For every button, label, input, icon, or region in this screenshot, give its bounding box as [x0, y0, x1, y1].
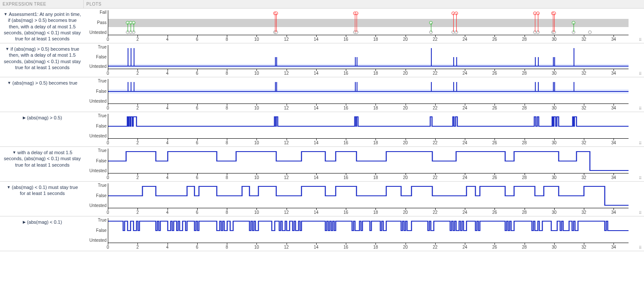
xtick-label: 10	[254, 37, 259, 42]
tree-item[interactable]: ▼(abs(mag) < 0.1) must stay true for at …	[0, 182, 84, 216]
xtick-label: 10	[254, 71, 259, 76]
expand-arrow-icon[interactable]: ▼	[6, 47, 9, 52]
xtick-label: 14	[314, 210, 318, 215]
plot-menu-icon[interactable]: ⠿	[639, 106, 642, 111]
xtick-label: 20	[403, 140, 408, 145]
xtick-label: 30	[552, 37, 556, 42]
xtick-label: 26	[492, 175, 497, 180]
xtick-label: 32	[582, 37, 586, 42]
plot-menu-icon[interactable]: ⠿	[639, 211, 642, 215]
expand-arrow-icon[interactable]: ▼	[7, 81, 11, 86]
tree-item[interactable]: ▼(abs(mag) > 0.5) becomes true	[0, 77, 84, 112]
ylabel: Untested	[88, 64, 107, 69]
xtick-label: 6	[196, 71, 198, 76]
xtick-label: 0	[107, 210, 109, 215]
expand-arrow-icon[interactable]: ▼	[7, 185, 11, 190]
xtick-label: 2	[136, 71, 139, 76]
xtick-label: 14	[314, 106, 318, 110]
xtick-label: 22	[433, 37, 437, 42]
tree-item-label: (abs(mag) < 0.1)	[27, 219, 62, 225]
xtick-label: 32	[582, 106, 586, 110]
ylabel: Untested	[88, 99, 107, 103]
expand-arrow-icon[interactable]: ▼	[12, 150, 16, 155]
xtick-label: 2	[136, 37, 139, 42]
plot-menu-icon[interactable]: ⠿	[639, 141, 642, 146]
expand-arrow-icon[interactable]: ▶	[23, 220, 26, 225]
xtick-label: 4	[166, 37, 169, 42]
xtick-label: 28	[522, 106, 527, 110]
expand-arrow-icon[interactable]: ▼	[3, 12, 7, 17]
tree-item-label: (abs(mag) > 0.5)	[27, 115, 62, 120]
xtick-label: 8	[226, 37, 228, 42]
xtick-label: 32	[582, 210, 586, 215]
plot-menu-icon[interactable]: ⠿	[639, 72, 642, 76]
tree-item[interactable]: ▶(abs(mag) > 0.5)	[0, 112, 84, 146]
ylabel: True	[88, 79, 107, 83]
xtick-label: 2	[136, 245, 139, 249]
tree-header: EXPRESSION TREE	[0, 0, 83, 9]
xtick-label: 26	[492, 106, 497, 110]
tree-item-label: (abs(mag) < 0.1) must stay true for at l…	[12, 185, 78, 196]
xtick-label: 4	[166, 175, 169, 180]
tree-item[interactable]: ▼if (abs(mag) > 0.5) becomes true then, …	[0, 43, 84, 77]
xtick-label: 20	[403, 175, 408, 180]
xtick-label: 28	[522, 37, 527, 42]
xtick-label: 26	[492, 37, 497, 42]
xtick-label: 2	[136, 175, 139, 180]
plot-cell[interactable]: TrueFalseUntested02468101214161820222426…	[84, 216, 644, 251]
xtick-label: 2	[136, 210, 139, 215]
xtick-label: 20	[403, 210, 408, 215]
xtick-label: 28	[522, 175, 527, 180]
xtick-label: 28	[522, 140, 527, 145]
xtick-label: 32	[582, 245, 586, 249]
xtick-label: 18	[373, 37, 378, 42]
plot-cell[interactable]: TrueFalseUntested02468101214161820222426…	[84, 43, 644, 77]
xtick-label: 6	[196, 140, 198, 145]
tree-item-label: if (abs(mag) > 0.5) becomes true then, w…	[4, 46, 81, 70]
xtick-label: 18	[373, 245, 378, 249]
xtick-label: 30	[552, 140, 556, 145]
tree-item[interactable]: ▼Assessment1: At any point in time, if (…	[0, 9, 84, 43]
xtick-label: 0	[107, 175, 109, 180]
xtick-label: 22	[433, 210, 437, 215]
xtick-label: 12	[284, 71, 289, 76]
xtick-label: 22	[433, 106, 437, 110]
xtick-label: 8	[226, 175, 228, 180]
xtick-label: 34	[611, 71, 616, 76]
xtick-label: 34	[611, 175, 616, 180]
xtick-label: 6	[196, 175, 198, 180]
xtick-label: 12	[284, 245, 289, 249]
xtick-label: 26	[492, 71, 497, 76]
xtick-label: 6	[196, 106, 198, 110]
xtick-label: 16	[343, 37, 348, 42]
xtick-label: 0	[107, 140, 109, 145]
xtick-label: 12	[284, 106, 289, 110]
xtick-label: 20	[403, 245, 408, 249]
tree-item[interactable]: ▶(abs(mag) < 0.1)	[0, 216, 84, 251]
plot-menu-icon[interactable]: ⠿	[639, 38, 642, 42]
ylabel: True	[88, 218, 107, 222]
plot-menu-icon[interactable]: ⠿	[639, 246, 642, 250]
xtick-label: 34	[611, 245, 616, 249]
plot-cell[interactable]: TrueFalseUntested02468101214161820222426…	[84, 147, 644, 181]
xtick-label: 8	[226, 210, 228, 215]
xtick-label: 30	[552, 71, 556, 76]
xtick-label: 10	[254, 175, 259, 180]
ylabel: False	[88, 55, 107, 59]
tree-item-label: (abs(mag) > 0.5) becomes true	[12, 80, 77, 85]
xtick-label: 18	[373, 175, 378, 180]
xtick-label: 8	[226, 106, 228, 110]
ylabel: True	[88, 114, 107, 118]
xtick-label: 0	[107, 106, 109, 110]
xtick-label: 0	[107, 245, 109, 249]
xtick-label: 18	[373, 210, 378, 215]
xtick-label: 22	[433, 245, 437, 249]
plot-cell[interactable]: TrueFalseUntested02468101214161820222426…	[84, 112, 644, 146]
plot-cell[interactable]: TrueFalseUntested02468101214161820222426…	[84, 77, 644, 112]
plot-cell[interactable]: FailPassUntested024681012141618202224262…	[84, 9, 644, 43]
tree-item[interactable]: ▼with a delay of at most 1.5 seconds, (a…	[0, 147, 84, 181]
plot-menu-icon[interactable]: ⠿	[639, 176, 642, 180]
plot-cell[interactable]: TrueFalseUntested02468101214161820222426…	[84, 182, 644, 216]
ylabel: Untested	[88, 169, 107, 173]
expand-arrow-icon[interactable]: ▶	[23, 116, 26, 121]
